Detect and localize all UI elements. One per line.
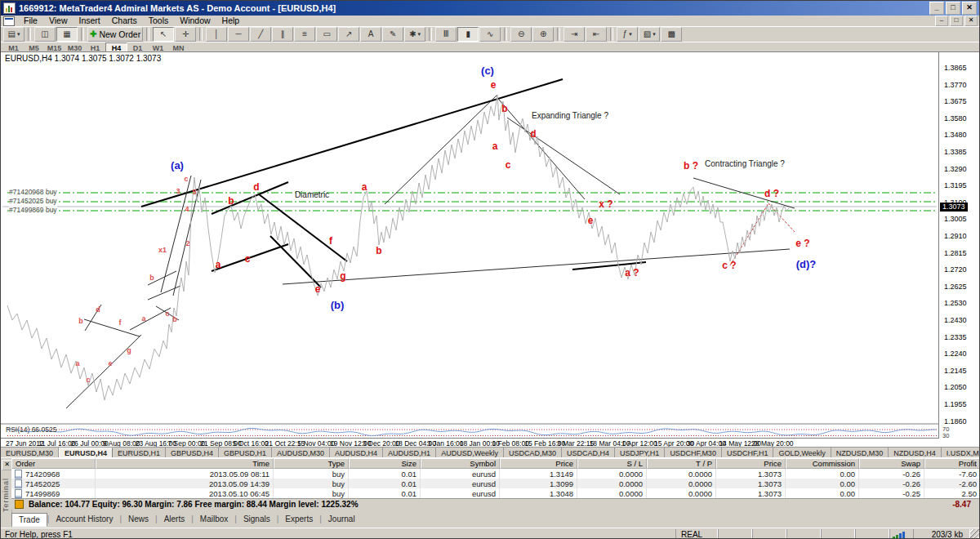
- column-header-type[interactable]: Type: [274, 458, 349, 469]
- cell-swap: -0.25: [859, 488, 924, 498]
- chart-shift-button[interactable]: ⇤: [586, 27, 607, 42]
- column-header-sl[interactable]: S / L: [577, 458, 647, 469]
- price-scale-label: 1.1955: [944, 400, 967, 408]
- resize-grip[interactable]: [970, 529, 980, 539]
- zoom-out-icon: ⊖: [518, 29, 524, 40]
- column-header-size[interactable]: Size: [349, 458, 421, 469]
- terminal-tab-alerts[interactable]: Alerts: [158, 513, 192, 525]
- title-bar[interactable]: 1669912: MetaTrader4 Admiral Markets AS …: [1, 1, 979, 16]
- data-window-button[interactable]: ▩: [661, 27, 682, 42]
- crosshair-button[interactable]: ✛: [175, 27, 196, 42]
- status-cell: [718, 529, 752, 539]
- menu-view[interactable]: View: [43, 16, 74, 26]
- terminal-tab-experts[interactable]: Experts: [278, 513, 319, 525]
- order-doc-icon: [15, 470, 22, 479]
- new-chart-button[interactable]: ▤▾: [3, 27, 24, 42]
- trendline-object[interactable]: [212, 244, 288, 271]
- trendline-object[interactable]: [148, 286, 180, 300]
- menu-charts[interactable]: Charts: [106, 16, 143, 26]
- terminal-tab-trade[interactable]: Trade: [11, 513, 47, 527]
- templates-button[interactable]: ▧▾: [639, 27, 660, 42]
- traffic-counter: 203/3 kb: [913, 529, 970, 539]
- column-header-order[interactable]: Order: [11, 458, 96, 469]
- cell-order: 71499869: [11, 488, 96, 498]
- mdi-minimize-button[interactable]: –: [935, 16, 948, 26]
- chart-area[interactable]: (a)(c)(b)(d)?Expanding Triangle ?Contrac…: [1, 51, 980, 447]
- menu-file[interactable]: File: [18, 16, 43, 26]
- column-header-profit[interactable]: Profit: [924, 458, 980, 469]
- column-header-tp[interactable]: T / P: [647, 458, 716, 469]
- drawing-tools-button[interactable]: ✱▾: [404, 27, 425, 42]
- equidistant-channel-button[interactable]: ∥: [272, 27, 293, 42]
- candlestick-mode-button[interactable]: ▮: [457, 27, 479, 42]
- menu-window[interactable]: Window: [174, 16, 216, 26]
- chart-ohlc-info: EURUSD,H4 1.3074 1.3075 1.3072 1.3073: [5, 54, 161, 63]
- vertical-line-button[interactable]: │: [206, 27, 227, 42]
- trendline-object[interactable]: [148, 271, 176, 285]
- column-header-price[interactable]: Price: [500, 458, 577, 469]
- cell-tp: 0.0000: [647, 469, 716, 479]
- zoom-in-button[interactable]: ⊕: [532, 27, 554, 42]
- order-row[interactable]: 714209682013.05.09 08:11buy0.01eurusd1.3…: [11, 469, 980, 479]
- new-order-icon: ✚: [90, 29, 96, 40]
- close-button[interactable]: ✕: [962, 2, 977, 15]
- menu-help[interactable]: Help: [216, 16, 246, 26]
- zoom-out-button[interactable]: ⊖: [510, 27, 532, 42]
- column-header-swap[interactable]: Swap: [859, 458, 924, 469]
- horizontal-line-button[interactable]: ─: [228, 27, 249, 42]
- shapes-button[interactable]: ▭: [316, 27, 337, 42]
- trendline-button[interactable]: ╱: [250, 27, 271, 42]
- profiles-button[interactable]: ◫: [34, 27, 56, 42]
- auto-scroll-button[interactable]: ⇥: [564, 27, 585, 42]
- cell-tp: 0.0000: [647, 488, 716, 498]
- column-header-time[interactable]: Time: [96, 458, 274, 469]
- arrows-button[interactable]: ↗: [338, 27, 359, 42]
- fibonacci-retracement-button[interactable]: ≡: [294, 27, 315, 42]
- cell-commission: 0.00: [786, 488, 859, 498]
- trendline-object[interactable]: [141, 79, 563, 207]
- mdi-restore-button[interactable]: □: [950, 16, 963, 26]
- terminal-tab-journal[interactable]: Journal: [322, 513, 362, 525]
- new-order-button[interactable]: ✚New Order: [87, 27, 143, 42]
- column-header-commission[interactable]: Commission: [786, 458, 859, 469]
- terminal-tab-account-history[interactable]: Account History: [49, 513, 119, 525]
- order-row[interactable]: 714520252013.05.09 14:39buy0.01eurusd1.3…: [11, 479, 980, 488]
- trendline-object[interactable]: [212, 182, 288, 214]
- toolbar-separator: [504, 28, 507, 41]
- trendline-object[interactable]: [85, 305, 101, 331]
- terminal-tab-mailbox[interactable]: Mailbox: [194, 513, 234, 525]
- cell-symbol: eurusd: [421, 488, 500, 498]
- mdi-close-button[interactable]: ✕: [964, 16, 978, 26]
- trendline-object[interactable]: [84, 319, 140, 336]
- trendline-object[interactable]: [270, 236, 321, 287]
- cell-symbol: eurusd: [421, 479, 500, 488]
- maximize-button[interactable]: □: [946, 2, 960, 15]
- terminal-tab-news[interactable]: News: [122, 513, 155, 525]
- minimize-button[interactable]: _: [929, 2, 944, 15]
- price-scale[interactable]: 1.38651.37701.36751.35801.34801.33851.32…: [938, 52, 980, 439]
- chart-window-icon: [3, 16, 15, 26]
- cursor-button[interactable]: ↖: [153, 27, 174, 42]
- rsi-scale-label: 30: [942, 432, 949, 439]
- text-button[interactable]: A: [360, 27, 381, 42]
- column-header-symbol[interactable]: Symbol: [421, 458, 500, 469]
- bar-chart-mode-button[interactable]: Ⅲ: [435, 27, 457, 42]
- text-label-button[interactable]: ✎: [382, 27, 403, 42]
- new-chart-icon: ▤: [8, 29, 16, 40]
- line-chart-mode-button[interactable]: ∿: [479, 27, 501, 42]
- price-chart[interactable]: [1, 52, 938, 439]
- menu-tools[interactable]: Tools: [143, 16, 175, 26]
- trendline-object[interactable]: [259, 194, 347, 261]
- balance-icon[interactable]: [15, 500, 24, 509]
- order-row[interactable]: 714998692013.05.10 06:45buy0.01eurusd1.3…: [11, 488, 980, 498]
- column-header-current-price[interactable]: Price: [716, 458, 786, 469]
- menu-insert[interactable]: Insert: [74, 16, 106, 26]
- market-watch-button[interactable]: ▦: [56, 27, 78, 42]
- trendline-object[interactable]: [385, 95, 497, 204]
- cell-type: buy: [274, 488, 349, 498]
- arrows-icon: ↗: [345, 29, 352, 40]
- trendline-object[interactable]: [283, 249, 790, 284]
- indicators-button[interactable]: ƒ▾: [617, 27, 638, 42]
- terminal-tab-signals[interactable]: Signals: [237, 513, 277, 525]
- shapes-icon: ▭: [323, 29, 330, 40]
